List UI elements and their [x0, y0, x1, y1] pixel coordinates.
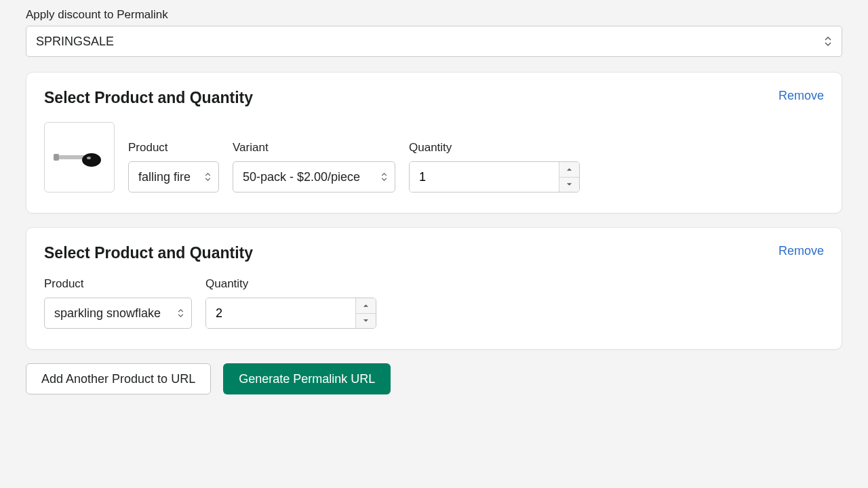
- quantity-stepper[interactable]: [205, 298, 376, 329]
- product-thumbnail: [44, 122, 115, 192]
- variant-select[interactable]: 50-pack - $2.00/piece: [233, 161, 395, 192]
- product-label: Product: [128, 141, 219, 155]
- product-card: Select Product and Quantity Remove Produ…: [26, 227, 842, 350]
- product-card: Select Product and Quantity Remove Produ…: [26, 72, 842, 214]
- generate-permalink-button[interactable]: Generate Permalink URL: [223, 363, 391, 394]
- quantity-label: Quantity: [409, 141, 580, 155]
- svg-point-2: [82, 153, 101, 167]
- discount-label: Apply discount to Permalink: [26, 8, 842, 22]
- quantity-input[interactable]: [206, 298, 355, 328]
- quantity-input[interactable]: [410, 162, 559, 192]
- product-label: Product: [44, 277, 192, 291]
- svg-rect-1: [54, 154, 59, 161]
- svg-point-3: [87, 157, 91, 159]
- quantity-label: Quantity: [205, 277, 376, 291]
- add-another-product-button[interactable]: Add Another Product to URL: [26, 363, 211, 394]
- remove-link[interactable]: Remove: [778, 244, 824, 258]
- discount-select[interactable]: SPRINGSALE: [26, 26, 842, 57]
- product-select[interactable]: sparkling snowflake: [44, 298, 192, 329]
- stepper-down-button[interactable]: [356, 314, 376, 329]
- quantity-stepper[interactable]: [409, 161, 580, 192]
- card-title: Select Product and Quantity: [44, 244, 253, 262]
- remove-link[interactable]: Remove: [778, 89, 824, 103]
- product-select[interactable]: falling fire: [128, 161, 219, 192]
- variant-label: Variant: [233, 141, 395, 155]
- stepper-up-button[interactable]: [356, 298, 376, 314]
- card-title: Select Product and Quantity: [44, 89, 253, 107]
- stepper-up-button[interactable]: [559, 162, 579, 178]
- stepper-down-button[interactable]: [559, 178, 579, 192]
